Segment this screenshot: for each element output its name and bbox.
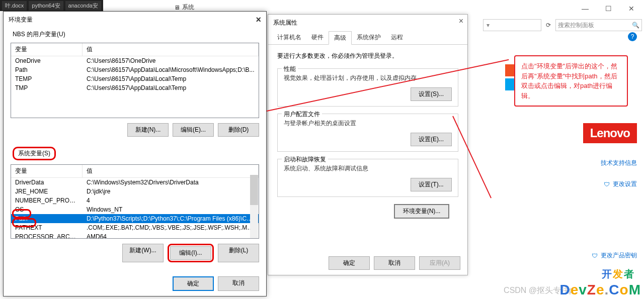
shield-icon <box>604 181 611 188</box>
tab[interactable]: 叶.docx <box>2 1 27 11</box>
table-row[interactable]: PROCESSOR_ARCHITECT...AMD64 <box>11 232 259 239</box>
tab-hardware[interactable]: 硬件 <box>306 31 329 44</box>
column-header-value[interactable]: 值 <box>83 43 259 56</box>
column-header-variable[interactable]: 变量 <box>11 165 83 177</box>
ok-button[interactable]: 确定 <box>173 276 214 291</box>
cancel-button[interactable]: 取消 <box>374 256 415 270</box>
system-icon: 🖥 <box>174 4 180 11</box>
tab-bar: 计算机名 硬件 高级 系统保护 远程 <box>268 31 467 45</box>
devze-cn-logo: 开发者 <box>602 267 635 281</box>
new-sys-var-button[interactable]: 新建(W)... <box>122 244 164 262</box>
support-link[interactable]: 技术支持信息 <box>601 159 637 167</box>
table-row[interactable]: PathC:\Users\86157\AppData\Local\Microso… <box>11 65 259 74</box>
performance-group: 性能 视觉效果，处理器计划，内存使用，以及虚拟内存 设置(S)... <box>277 68 458 107</box>
change-settings-link[interactable]: 更改设置 <box>604 180 637 188</box>
close-button[interactable]: ✕ <box>620 1 643 16</box>
profiles-settings-button[interactable]: 设置(E)... <box>411 133 452 146</box>
environment-variables-button[interactable]: 环境变量(N)... <box>394 204 449 219</box>
table-row[interactable]: DriverDataC:\Windows\System32\Drivers\Dr… <box>11 178 259 187</box>
search-icon: 🔍 <box>632 22 639 29</box>
startup-settings-button[interactable]: 设置(T)... <box>411 178 452 191</box>
breadcrumb-path[interactable]: ▾ <box>483 19 541 31</box>
system-properties-dialog: 系统属性 × 计算机名 硬件 高级 系统保护 远程 要进行大多数更改，你必须作为… <box>268 14 468 275</box>
maximize-button[interactable]: ☐ <box>597 1 620 16</box>
startup-recovery-group: 启动和故障恢复 系统启动、系统故障和调试信息 设置(T)... <box>277 159 458 197</box>
ok-button[interactable]: 确定 <box>329 256 370 270</box>
refresh-icon[interactable]: ⟳ <box>543 22 553 29</box>
user-profiles-group: 用户配置文件 与登录帐户相关的桌面设置 设置(E)... <box>277 114 458 152</box>
edit-user-var-button[interactable]: 编辑(E)... <box>173 123 214 137</box>
system-variables-label: 系统变量(S) <box>4 145 266 162</box>
help-icon[interactable]: ? <box>628 32 637 41</box>
minimize-button[interactable]: — <box>574 1 597 16</box>
column-header-value[interactable]: 值 <box>83 165 259 177</box>
table-row[interactable]: TMPC:\Users\86157\AppData\Local\Temp <box>11 83 259 92</box>
table-row[interactable]: PATHEXT.COM;.EXE;.BAT;.CMD;.VBS;.VBE;.JS… <box>11 223 259 232</box>
tab-computer-name[interactable]: 计算机名 <box>272 31 306 44</box>
tab-system-protection[interactable]: 系统保护 <box>352 31 386 44</box>
lenovo-logo: Lenovo <box>583 123 637 143</box>
system-window-title: 🖥 系统 <box>174 3 194 12</box>
dialog-title: 系统属性 <box>268 15 467 31</box>
table-row[interactable]: OneDriveC:\Users\86157\OneDrive <box>11 56 259 65</box>
table-row[interactable]: OSWindows_NT <box>11 205 259 214</box>
tab-remote[interactable]: 远程 <box>386 31 408 44</box>
table-row[interactable]: TEMPC:\Users\86157\AppData\Local\Temp <box>11 74 259 83</box>
tab[interactable]: python64安 <box>29 1 63 11</box>
table-row[interactable]: JRE_HOMED:\jdk\jre <box>11 187 259 196</box>
apply-button[interactable]: 应用(A) <box>419 256 460 270</box>
shield-icon <box>592 252 599 259</box>
user-variables-table[interactable]: 变量 值 OneDriveC:\Users\86157\OneDrivePath… <box>11 43 259 118</box>
devze-logo: DevZe.CoM <box>559 282 641 298</box>
delete-user-var-button[interactable]: 删除(D) <box>218 123 259 137</box>
environment-variables-dialog: 环境变量 × NBS 的用户变量(U) 变量 值 OneDriveC:\User… <box>3 11 267 296</box>
delete-sys-var-button[interactable]: 删除(L) <box>218 244 259 262</box>
table-row[interactable]: PathD:\Python37\Scripts\;D:\Python37\;C:… <box>11 214 259 223</box>
table-row[interactable]: NUMBER_OF_PROCESSORS4 <box>11 196 259 205</box>
column-header-variable[interactable]: 变量 <box>11 43 83 56</box>
new-user-var-button[interactable]: 新建(N)... <box>127 123 169 137</box>
dialog-title: 环境变量 <box>4 12 266 28</box>
cancel-button[interactable]: 取消 <box>218 276 259 291</box>
system-variables-table[interactable]: 变量 值 DriverDataC:\Windows\System32\Drive… <box>11 164 259 239</box>
annotation-callout: 点击"环境变量"后弹出的这个，然后再"系统变量"中找到path，然后双击或点击编… <box>514 55 628 107</box>
admin-note: 要进行大多数更改，你必须作为管理员登录。 <box>277 52 458 60</box>
scrollbar-thumb[interactable] <box>250 175 258 205</box>
tab-advanced[interactable]: 高级 <box>329 31 352 45</box>
edit-sys-var-button[interactable]: 编辑(I)... <box>170 246 211 260</box>
search-input[interactable]: 搜索控制面板 🔍 <box>555 19 642 31</box>
close-icon[interactable]: × <box>256 15 261 25</box>
editor-tabs: 叶.docx python64安 anaconda安 <box>0 0 103 11</box>
tab[interactable]: anaconda安 <box>65 1 101 11</box>
perf-settings-button[interactable]: 设置(S)... <box>411 87 452 101</box>
close-icon[interactable]: × <box>459 17 463 26</box>
change-key-link[interactable]: 更改产品密钥 <box>592 251 637 260</box>
user-variables-label: NBS 的用户变量(U) <box>4 28 266 41</box>
